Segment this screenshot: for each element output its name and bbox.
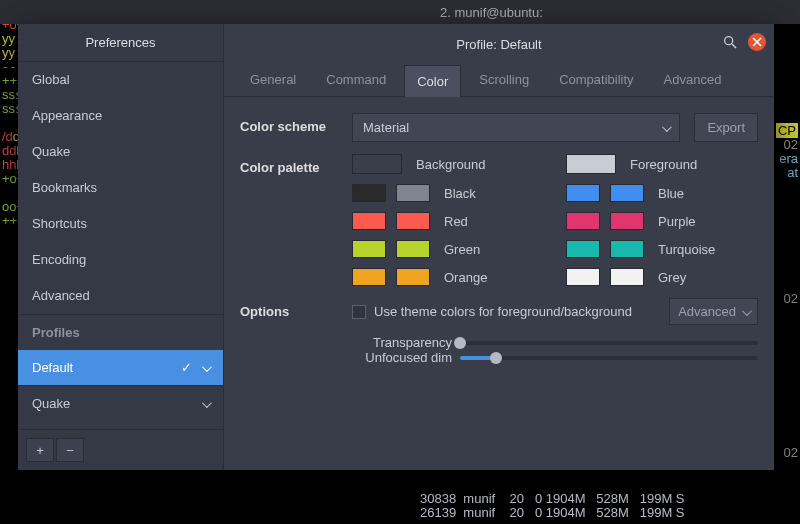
check-icon	[181, 360, 192, 375]
tab-advanced[interactable]: Advanced	[652, 64, 734, 96]
slider[interactable]	[460, 351, 758, 365]
color-swatch[interactable]	[610, 184, 644, 202]
search-icon[interactable]	[722, 34, 738, 50]
color-row-background: Background	[352, 154, 544, 174]
color-row-red: Red	[352, 212, 544, 230]
color-swatch[interactable]	[566, 240, 600, 258]
color-swatch[interactable]	[352, 240, 386, 258]
slider[interactable]	[460, 336, 758, 350]
sidebar-profile-label: Default	[32, 360, 73, 375]
color-row-foreground: Foreground	[566, 154, 758, 174]
sidebar-item-advanced[interactable]: Advanced	[18, 278, 223, 314]
color-name: Green	[444, 242, 480, 257]
color-swatch[interactable]	[352, 184, 386, 202]
row-color-scheme: Color scheme Material Export	[240, 113, 758, 142]
titlebar: Profile: Default	[224, 24, 774, 64]
color-name: Black	[444, 186, 476, 201]
tab-compatibility[interactable]: Compatibility	[547, 64, 645, 96]
color-scheme-value: Material	[363, 120, 409, 135]
sidebar: Preferences Global Appearance Quake Book…	[18, 24, 224, 470]
sidebar-item-global[interactable]: Global	[18, 62, 223, 98]
sidebar-item-appearance[interactable]: Appearance	[18, 98, 223, 134]
color-swatch[interactable]	[610, 212, 644, 230]
color-row-orange: Orange	[352, 268, 544, 286]
sidebar-title: Preferences	[18, 24, 223, 62]
sidebar-item-encoding[interactable]: Encoding	[18, 242, 223, 278]
row-color-palette: Color palette BackgroundForegroundBlackB…	[240, 154, 758, 286]
close-icon[interactable]	[748, 33, 766, 51]
chevron-down-icon	[662, 120, 669, 135]
preferences-window: Preferences Global Appearance Quake Book…	[18, 24, 774, 470]
tab-general[interactable]: General	[238, 64, 308, 96]
slider-row-unfocused-dim: Unfocused dim	[352, 350, 758, 365]
color-row-black: Black	[352, 184, 544, 202]
svg-line-1	[732, 44, 736, 48]
color-swatch[interactable]	[396, 268, 430, 286]
color-swatch[interactable]	[352, 212, 386, 230]
slider-label: Unfocused dim	[352, 350, 452, 365]
sidebar-list: Global Appearance Quake Bookmarks Shortc…	[18, 62, 223, 429]
color-name: Orange	[444, 270, 487, 285]
theme-colors-label: Use theme colors for foreground/backgrou…	[374, 304, 632, 319]
color-swatch[interactable]	[566, 154, 616, 174]
row-options: Options Use theme colors for foreground/…	[240, 298, 758, 365]
sidebar-profile-label: Quake	[32, 396, 70, 411]
color-swatch[interactable]	[610, 240, 644, 258]
export-button[interactable]: Export	[694, 113, 758, 142]
tab-scrolling[interactable]: Scrolling	[467, 64, 541, 96]
color-swatch[interactable]	[352, 154, 402, 174]
color-swatch[interactable]	[396, 184, 430, 202]
color-swatch[interactable]	[566, 184, 600, 202]
color-name: Red	[444, 214, 468, 229]
sidebar-item-shortcuts[interactable]: Shortcuts	[18, 206, 223, 242]
label-color-scheme: Color scheme	[240, 113, 338, 134]
color-swatch[interactable]	[396, 212, 430, 230]
color-row-blue: Blue	[566, 184, 758, 202]
color-row-green: Green	[352, 240, 544, 258]
tab-command[interactable]: Command	[314, 64, 398, 96]
slider-row-transparency: Transparency	[352, 335, 758, 350]
color-name: Turquoise	[658, 242, 715, 257]
os-top-bar: 2. munif@ubuntu:	[0, 0, 800, 24]
color-name: Foreground	[630, 157, 697, 172]
remove-profile-button[interactable]: −	[56, 438, 84, 462]
color-name: Grey	[658, 270, 686, 285]
slider-label: Transparency	[352, 335, 452, 350]
label-color-palette: Color palette	[240, 154, 338, 175]
page-title: Profile: Default	[456, 37, 541, 52]
chevron-down-icon	[742, 304, 749, 319]
label-options: Options	[240, 298, 338, 319]
color-row-grey: Grey	[566, 268, 758, 286]
color-name: Blue	[658, 186, 684, 201]
content: Color scheme Material Export Color palet…	[224, 97, 774, 375]
color-swatch[interactable]	[566, 268, 600, 286]
color-palette: BackgroundForegroundBlackBlueRedPurpleGr…	[352, 154, 758, 286]
svg-point-0	[725, 37, 733, 45]
chevron-down-icon[interactable]	[202, 360, 209, 375]
tabs: General Command Color Scrolling Compatib…	[224, 64, 774, 97]
chevron-down-icon[interactable]	[202, 396, 209, 411]
color-swatch[interactable]	[396, 240, 430, 258]
color-row-purple: Purple	[566, 212, 758, 230]
sidebar-item-quake[interactable]: Quake	[18, 134, 223, 170]
color-name: Purple	[658, 214, 696, 229]
options-advanced-button[interactable]: Advanced	[669, 298, 758, 325]
color-name: Background	[416, 157, 485, 172]
color-swatch[interactable]	[566, 212, 600, 230]
color-scheme-select[interactable]: Material	[352, 113, 680, 142]
add-profile-button[interactable]: +	[26, 438, 54, 462]
sidebar-item-bookmarks[interactable]: Bookmarks	[18, 170, 223, 206]
sidebar-section-profiles: Profiles	[18, 314, 223, 350]
sidebar-profile-default[interactable]: Default	[18, 350, 223, 385]
main-panel: Profile: Default General Command Color S…	[224, 24, 774, 470]
sidebar-profile-quake[interactable]: Quake	[18, 385, 223, 421]
sidebar-footer: + −	[18, 429, 223, 470]
color-swatch[interactable]	[352, 268, 386, 286]
color-swatch[interactable]	[610, 268, 644, 286]
theme-colors-checkbox[interactable]	[352, 305, 366, 319]
color-row-turquoise: Turquoise	[566, 240, 758, 258]
tab-color[interactable]: Color	[404, 65, 461, 97]
